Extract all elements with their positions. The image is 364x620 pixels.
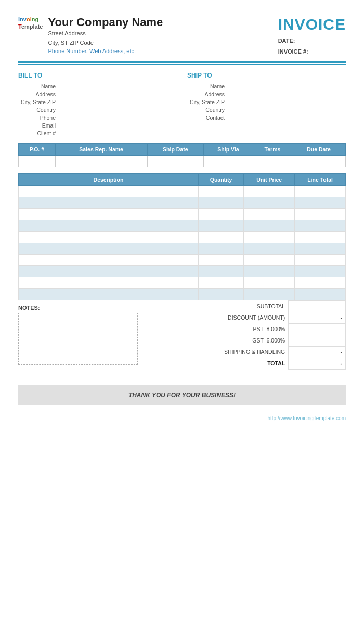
ship-address-value [229,91,346,97]
bill-client-value [60,130,177,136]
ship-name-label: Name [187,83,229,90]
ship-contact-value [229,115,346,121]
bill-address-row: Address [18,91,177,97]
items-row [19,208,346,220]
bill-city-row: City, State ZIP [18,99,177,105]
bill-phone-row: Phone [18,115,177,121]
ship-name-row: Name [187,83,346,90]
company-name: Your Company Name [48,16,163,29]
item-line-total [295,220,346,231]
bill-name-value [60,83,177,90]
order-col-po: P.O. # [19,143,56,155]
order-col-terms: Terms [253,143,292,155]
bill-client-row: Client # [18,130,177,136]
order-info-table: P.O. # Sales Rep. Name Ship Date Ship Vi… [18,143,346,167]
bill-country-label: Country [18,107,60,113]
ship-city-label: City, State ZIP [187,99,229,105]
item-line-total [295,185,346,197]
item-qty [198,254,243,265]
logo-inv: Inv [18,16,27,22]
thank-you-bar: THANK YOU FOR YOUR BUSINESS! [18,385,346,405]
item-qty [198,231,243,243]
total-label: TOTAL [174,358,289,369]
bill-client-label: Client # [18,130,60,136]
city-state-zip: City, ST ZIP Code [48,39,163,48]
items-col-description: Description [19,173,199,185]
item-qty [198,288,243,300]
notes-label: NOTES: [18,305,174,311]
item-desc [19,265,199,277]
invoice-header: Invoing Template Your Company Name Stree… [18,16,346,57]
items-table: Description Quantity Unit Price Line Tot… [18,173,346,300]
ship-city-value [229,99,346,105]
ship-country-label: Country [187,107,229,113]
items-col-line-total: Line Total [295,173,346,185]
bill-phone-value [60,115,177,121]
item-unit-price [244,243,295,254]
subtotal-value: - [289,300,346,312]
bill-email-row: Email [18,122,177,129]
ship-address-label: Address [187,91,229,97]
item-line-total [295,197,346,208]
pst-label: PST 8.000% [174,323,289,335]
bill-to-column: BILL TO Name Address City, State ZIP Cou… [18,72,187,138]
order-terms-value [253,155,292,167]
shipping-value: - [289,346,346,358]
total-row: TOTAL - [174,358,346,369]
footer-watermark: http://www.InvoicingTemplate.com [18,415,346,421]
order-col-salesrep: Sales Rep. Name [55,143,147,155]
logo-oi: oi [27,16,32,22]
invoice-num-label: INVOICE #: [278,48,308,55]
item-unit-price [244,231,295,243]
company-info: Your Company Name Street Address City, S… [48,16,163,54]
order-po-value [19,155,56,167]
item-unit-price [244,288,295,300]
bill-to-title: BILL TO [18,72,177,79]
bill-city-value [60,99,177,105]
order-col-shipdate: Ship Date [147,143,203,155]
item-desc [19,220,199,231]
item-desc [19,208,199,220]
items-row [19,197,346,208]
items-row [19,277,346,288]
logo-plate: emplate [21,23,43,30]
items-header-row: Description Quantity Unit Price Line Tot… [19,173,346,185]
ship-country-value [229,107,346,113]
order-duedate-value [292,155,346,167]
item-desc [19,231,199,243]
item-desc [19,277,199,288]
bill-address-value [60,91,177,97]
order-salesrep-value [55,155,147,167]
item-line-total [295,277,346,288]
item-unit-price [244,197,295,208]
bill-address-label: Address [18,91,60,97]
items-col-quantity: Quantity [198,173,243,185]
ship-to-column: SHIP TO Name Address City, State ZIP Cou… [187,72,346,138]
gst-row: GST 6.000% - [174,335,346,346]
logo: Invoing Template [18,16,43,31]
notes-block: NOTES: [18,300,174,370]
divider-bottom [18,64,346,65]
subtotal-row: SUBTOTAL - [174,300,346,312]
thank-you-section: THANK YOU FOR YOUR BUSINESS! [18,385,346,405]
phone-web[interactable]: Phone Number, Web Address, etc. [48,48,136,54]
totals-block: SUBTOTAL - DISCOUNT (AMOUNT) - PST 8.000… [174,300,346,370]
discount-row: DISCOUNT (AMOUNT) - [174,312,346,323]
discount-label: DISCOUNT (AMOUNT) [174,312,289,323]
ship-contact-row: Contact [187,115,346,121]
items-row [19,265,346,277]
items-row [19,185,346,197]
bill-email-value [60,122,177,129]
item-desc [19,197,199,208]
item-line-total [295,288,346,300]
ship-city-row: City, State ZIP [187,99,346,105]
bill-phone-label: Phone [18,115,60,121]
item-desc [19,243,199,254]
notes-box[interactable] [18,313,138,365]
date-label: DATE: [278,37,295,44]
item-line-total [295,231,346,243]
item-qty [198,208,243,220]
bill-name-row: Name [18,83,177,90]
item-qty [198,243,243,254]
item-qty [198,277,243,288]
